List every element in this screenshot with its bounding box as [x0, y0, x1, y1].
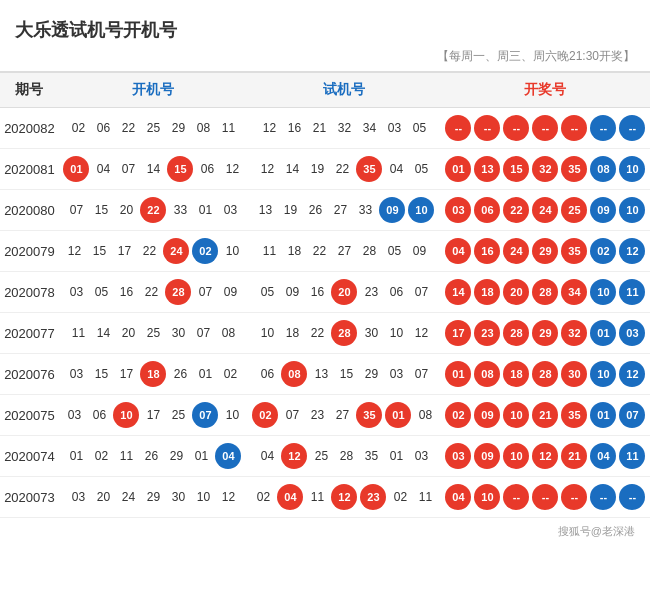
lottery-ball: 12	[331, 484, 357, 510]
nums-cell: 12151722240210	[59, 231, 248, 272]
lottery-ball: 22	[306, 322, 328, 344]
lottery-ball: 09	[590, 197, 616, 223]
nums-container: 02072327350108	[252, 402, 437, 428]
lottery-ball: 23	[360, 484, 386, 510]
col-header-period: 期号	[0, 72, 59, 108]
lottery-ball: 23	[474, 320, 500, 346]
lottery-ball: 12	[619, 361, 645, 387]
lottery-ball: 24	[532, 197, 558, 223]
period-cell: 2020075	[0, 395, 59, 436]
table-header-row: 期号 开机号 试机号 开奖号	[0, 72, 650, 108]
nums-container: 07152022330103	[63, 197, 244, 223]
lottery-ball: 29	[532, 238, 558, 264]
lottery-ball: 05	[410, 158, 432, 180]
nums-container: 01131532350810	[445, 156, 646, 182]
lottery-ball: 03	[383, 117, 405, 139]
lottery-ball: 02	[252, 486, 274, 508]
lottery-ball: 02	[252, 402, 278, 428]
nums-container: 03202429301012	[63, 486, 244, 508]
nums-container: 06081315290307	[252, 361, 437, 387]
lottery-ball: 21	[532, 402, 558, 428]
lottery-ball: 04	[256, 445, 278, 467]
lottery-ball: 06	[88, 404, 110, 426]
lottery-ball: 30	[561, 361, 587, 387]
lottery-ball: 01	[190, 445, 212, 467]
period-cell: 2020074	[0, 436, 59, 477]
lottery-ball: 01	[63, 156, 89, 182]
lottery-ball: 14	[142, 158, 164, 180]
lottery-ball: 02	[67, 117, 89, 139]
nums-cell: 03061017250710	[59, 395, 248, 436]
lottery-ball: 12	[217, 486, 239, 508]
lottery-ball: 05	[408, 117, 430, 139]
lottery-ball: 16	[474, 238, 500, 264]
lottery-ball: 01	[590, 320, 616, 346]
nums-cell: 01040714150612	[59, 149, 248, 190]
lottery-ball: 16	[283, 117, 305, 139]
nums-container: 05091620230607	[252, 279, 437, 305]
nums-cell: 13192627330910	[248, 190, 441, 231]
lottery-ball: 10	[408, 197, 434, 223]
lottery-ball: 07	[192, 402, 218, 428]
lottery-ball: 28	[532, 279, 558, 305]
lottery-ball: 10	[619, 197, 645, 223]
lottery-ball: 27	[329, 199, 351, 221]
lottery-ball: 33	[169, 199, 191, 221]
lottery-ball: 11	[115, 445, 137, 467]
lottery-ball: 35	[561, 238, 587, 264]
lottery-ball: 06	[92, 117, 114, 139]
lottery-ball: 26	[169, 363, 191, 385]
nums-container: 04122528350103	[252, 443, 437, 469]
lottery-ball: 18	[281, 322, 303, 344]
lottery-ball: 35	[360, 445, 382, 467]
lottery-ball: 10	[221, 240, 243, 262]
nums-cell: 12162132340305	[248, 108, 441, 149]
lottery-ball: 02	[445, 402, 471, 428]
lottery-ball: 01	[445, 156, 471, 182]
lottery-ball: 06	[256, 363, 278, 385]
lottery-ball: 29	[142, 486, 164, 508]
lottery-ball: 15	[88, 240, 110, 262]
lottery-ball: 23	[306, 404, 328, 426]
lottery-ball: 20	[503, 279, 529, 305]
lottery-ball: 22	[138, 240, 160, 262]
lottery-ball: 10	[590, 279, 616, 305]
lottery-ball: 12	[619, 238, 645, 264]
nums-container: 02041112230211	[252, 484, 437, 510]
lottery-ball: 22	[117, 117, 139, 139]
table-row: 2020075030610172507100207232735010802091…	[0, 395, 650, 436]
lottery-ball: 17	[113, 240, 135, 262]
lottery-ball: 07	[410, 281, 432, 303]
lottery-ball: 01	[385, 445, 407, 467]
nums-cell: 02091021350107	[441, 395, 650, 436]
lottery-ball: 10	[385, 322, 407, 344]
table-row: 2020077111420253007081018222830101217232…	[0, 313, 650, 354]
lottery-ball: 03	[445, 443, 471, 469]
lottery-ball: 12	[532, 443, 558, 469]
lottery-ball: 13	[254, 199, 276, 221]
lottery-ball: 15	[335, 363, 357, 385]
lottery-ball: 03	[65, 281, 87, 303]
lottery-ball: 28	[532, 361, 558, 387]
lottery-ball: 10	[113, 402, 139, 428]
lottery-ball: 29	[167, 117, 189, 139]
nums-container: 11182227280509	[252, 240, 437, 262]
nums-container: 01021126290104	[63, 443, 244, 469]
lottery-ball: 06	[474, 197, 500, 223]
nums-cell: 11182227280509	[248, 231, 441, 272]
lottery-ball: 10	[221, 404, 243, 426]
lottery-ball: 25	[561, 197, 587, 223]
table-row: 2020074010211262901040412252835010303091…	[0, 436, 650, 477]
lottery-ball: 35	[561, 402, 587, 428]
lottery-ball: 03	[219, 199, 241, 221]
lottery-ball: --	[503, 484, 529, 510]
nums-cell: --------------	[441, 108, 650, 149]
lottery-ball: 10	[619, 156, 645, 182]
lottery-table: 期号 开机号 试机号 开奖号 2020082020622252908111216…	[0, 71, 650, 518]
nums-container: 12141922350405	[252, 156, 437, 182]
lottery-ball: 02	[590, 238, 616, 264]
lottery-ball: 24	[503, 238, 529, 264]
nums-container: 03051622280709	[63, 279, 244, 305]
lottery-ball: 01	[194, 199, 216, 221]
lottery-ball: --	[445, 115, 471, 141]
